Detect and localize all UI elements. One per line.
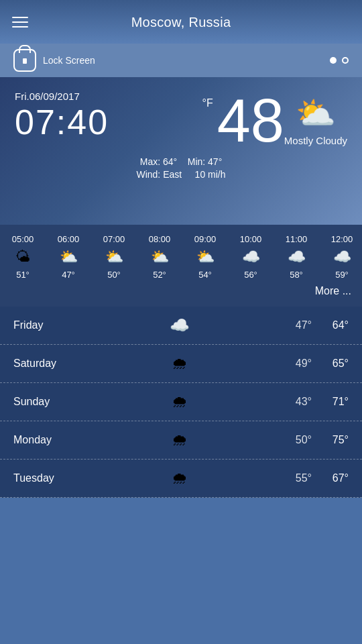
daily-day: Friday <box>13 319 87 331</box>
weather-main-card: Fri.06/09/2017 07:40 °F 48 ⛅ Mostly Clou… <box>0 77 362 225</box>
wind-direction: Wind: East <box>136 169 182 180</box>
hourly-icon: ☁️ <box>288 248 306 266</box>
hourly-temp: 54° <box>198 270 212 280</box>
hourly-time: 12:00 <box>331 234 353 244</box>
header: Moscow, Russia <box>0 0 362 44</box>
min-temp: Min: 47° <box>188 156 223 167</box>
temp-unit: °F <box>202 97 213 109</box>
daily-weather-icon: 🌧 <box>87 354 272 373</box>
hourly-temp: 56° <box>244 270 257 280</box>
weather-condition: Mostly Cloudy <box>284 135 347 146</box>
more-row: More ... <box>0 282 362 301</box>
hourly-temp: 51° <box>16 270 29 280</box>
lock-icon <box>13 49 36 72</box>
daily-day: Tuesday <box>13 472 87 484</box>
daily-weather-icon: 🌧 <box>87 431 272 449</box>
hourly-item: 06:00 ⛅ 47° <box>46 231 91 282</box>
hourly-temp: 47° <box>62 270 75 280</box>
daily-day: Sunday <box>13 396 87 408</box>
hourly-time: 08:00 <box>149 234 171 244</box>
daily-max-temp: 75° <box>312 434 349 446</box>
hourly-time: 11:00 <box>286 234 308 244</box>
daily-min-temp: 49° <box>272 358 312 370</box>
weather-icon-large: ⛅ <box>296 95 336 132</box>
dot-2[interactable] <box>342 57 349 64</box>
lock-screen-bar: Lock Screen <box>0 44 362 77</box>
daily-min-temp: 47° <box>272 319 312 331</box>
daily-max-temp: 65° <box>312 358 349 370</box>
lock-screen-label: Lock Screen <box>43 55 323 66</box>
wind-speed: 10 mi/h <box>195 169 226 180</box>
more-button[interactable]: More ... <box>315 285 351 297</box>
hourly-icon: ⛅ <box>151 248 169 266</box>
hourly-item: 12:00 ☁️ 59° <box>319 231 362 282</box>
weather-date: Fri.06/09/2017 <box>15 91 202 102</box>
hourly-icon: ⛅ <box>60 248 78 266</box>
hourly-temp: 52° <box>153 270 166 280</box>
temperature: 48 <box>217 91 284 151</box>
daily-item: Monday 🌧 50° 75° <box>0 421 362 460</box>
dot-1[interactable] <box>330 57 337 64</box>
hourly-icon: 🌤 <box>15 248 30 266</box>
hourly-item: 07:00 ⛅ 50° <box>91 231 137 282</box>
hourly-time: 10:00 <box>240 234 262 244</box>
hourly-item: 08:00 ⛅ 52° <box>137 231 182 282</box>
hourly-icon: ☁️ <box>242 248 260 266</box>
daily-max-temp: 71° <box>312 396 349 408</box>
hourly-time: 05:00 <box>12 234 34 244</box>
daily-item: Friday ☁️ 47° 64° <box>0 307 362 345</box>
daily-weather-icon: 🌧 <box>87 469 272 488</box>
hourly-item: 10:00 ☁️ 56° <box>228 231 274 282</box>
hourly-item: 05:00 🌤 51° <box>0 231 46 282</box>
hourly-item: 11:00 ☁️ 58° <box>274 231 319 282</box>
hourly-time: 06:00 <box>58 234 80 244</box>
daily-weather-icon: 🌧 <box>87 392 272 411</box>
daily-weather-icon: ☁️ <box>87 316 272 335</box>
daily-min-temp: 55° <box>272 472 312 484</box>
menu-button[interactable] <box>12 17 28 28</box>
hourly-temp: 58° <box>290 270 303 280</box>
daily-min-temp: 50° <box>272 434 312 446</box>
max-temp: Max: 64° <box>140 156 177 167</box>
hourly-icon: ⛅ <box>105 248 123 266</box>
weather-max-min: Max: 64° Min: 47° <box>15 156 347 167</box>
wind-info: Wind: East 10 mi/h <box>15 169 347 180</box>
daily-max-temp: 67° <box>312 472 349 484</box>
daily-item: Tuesday 🌧 55° 67° <box>0 460 362 498</box>
hourly-time: 09:00 <box>194 234 217 244</box>
daily-section: Friday ☁️ 47° 64° Saturday 🌧 49° 65° Sun… <box>0 307 362 498</box>
daily-day: Monday <box>13 434 87 446</box>
hourly-scroll: 05:00 🌤 51° 06:00 ⛅ 47° 07:00 ⛅ 50° 08:0… <box>0 231 362 282</box>
hourly-temp: 50° <box>107 270 121 280</box>
hourly-temp: 59° <box>335 270 349 280</box>
daily-day: Saturday <box>13 358 87 370</box>
hourly-time: 07:00 <box>103 234 125 244</box>
hourly-icon: ☁️ <box>333 248 351 266</box>
daily-item: Saturday 🌧 49° 65° <box>0 345 362 383</box>
page-dots <box>330 57 349 64</box>
daily-item: Sunday 🌧 43° 71° <box>0 383 362 421</box>
hourly-icon: ⛅ <box>196 248 215 266</box>
hourly-section: 05:00 🌤 51° 06:00 ⛅ 47° 07:00 ⛅ 50° 08:0… <box>0 225 362 307</box>
hourly-item: 09:00 ⛅ 54° <box>182 231 228 282</box>
daily-min-temp: 43° <box>272 396 312 408</box>
daily-max-temp: 64° <box>312 319 349 331</box>
city-title: Moscow, Russia <box>131 15 231 30</box>
weather-time: 07:40 <box>15 105 202 140</box>
